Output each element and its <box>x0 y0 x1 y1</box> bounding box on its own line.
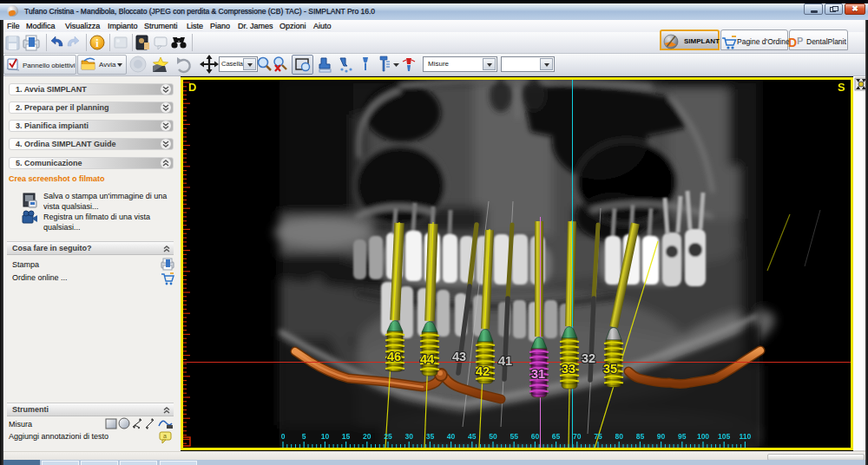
svg-text:100: 100 <box>697 432 709 441</box>
svg-text:P: P <box>797 36 803 46</box>
svg-text:S: S <box>838 81 845 94</box>
svg-text:35: 35 <box>426 432 435 441</box>
svg-text:D: D <box>788 36 797 49</box>
svg-text:105: 105 <box>718 432 730 441</box>
svg-text:31: 31 <box>531 367 545 381</box>
svg-text:110: 110 <box>740 432 752 441</box>
svg-text:0: 0 <box>281 432 286 441</box>
svg-text:45: 45 <box>468 432 477 441</box>
svg-text:70: 70 <box>573 432 582 441</box>
svg-text:30: 30 <box>404 432 413 441</box>
svg-text:60: 60 <box>531 432 540 441</box>
svg-text:10: 10 <box>321 432 330 441</box>
svg-text:55: 55 <box>510 432 518 441</box>
svg-text:20: 20 <box>363 432 372 441</box>
svg-text:32: 32 <box>582 351 595 365</box>
svg-text:44: 44 <box>420 352 434 366</box>
svg-text:42: 42 <box>476 364 490 378</box>
svg-text:50: 50 <box>489 432 497 441</box>
svg-text:46: 46 <box>387 350 401 363</box>
svg-text:95: 95 <box>678 432 687 441</box>
svg-text:65: 65 <box>552 432 561 441</box>
svg-text:15: 15 <box>342 432 351 441</box>
svg-text:85: 85 <box>636 432 645 441</box>
svg-text:a: a <box>163 433 167 439</box>
svg-text:90: 90 <box>657 432 666 441</box>
svg-text:75: 75 <box>594 432 602 441</box>
svg-text:25: 25 <box>384 432 392 441</box>
svg-text:40: 40 <box>447 432 456 441</box>
svg-text:5: 5 <box>302 432 306 441</box>
svg-text:80: 80 <box>615 432 623 441</box>
svg-text:D: D <box>188 81 196 94</box>
svg-text:43: 43 <box>452 350 466 363</box>
svg-text:41: 41 <box>498 354 512 368</box>
svg-text:33: 33 <box>562 362 575 376</box>
svg-text:35: 35 <box>603 362 617 376</box>
